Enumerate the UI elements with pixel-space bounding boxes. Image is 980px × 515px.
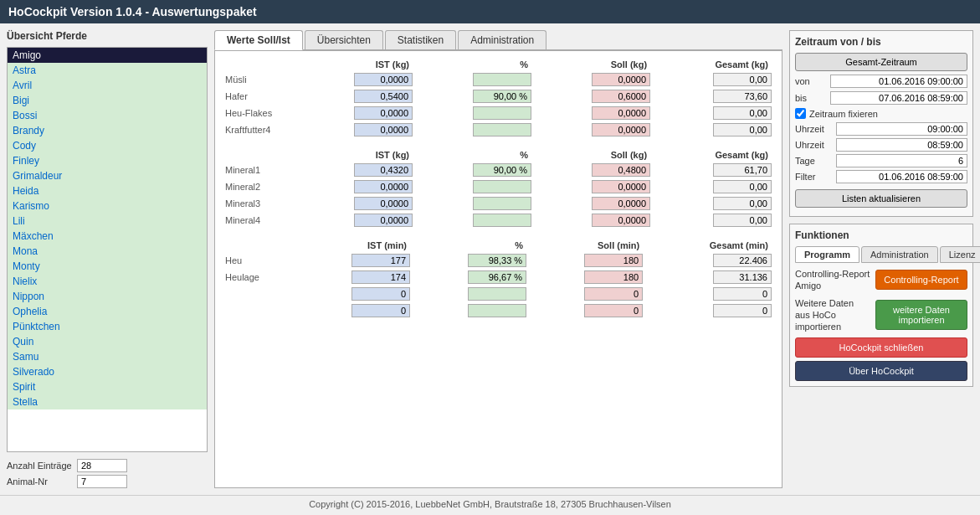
- horse-list-container[interactable]: AmigoAstraAvrilBigiBossiBrandyCodyFinley…: [7, 47, 208, 452]
- gesamt-input[interactable]: [713, 270, 772, 284]
- horse-list-item[interactable]: Stella: [8, 394, 207, 409]
- listen-aktualisieren-button[interactable]: Listen aktualisieren: [795, 189, 967, 208]
- horse-list-item[interactable]: Avril: [8, 78, 207, 93]
- gesamt-input[interactable]: [713, 163, 772, 177]
- pct-input[interactable]: [468, 287, 526, 301]
- tage-label: Tage: [795, 156, 833, 166]
- soll-input[interactable]: [592, 197, 650, 210]
- horse-list-item[interactable]: Bigi: [8, 93, 207, 108]
- gesamt-input[interactable]: [713, 197, 772, 210]
- horse-list-item[interactable]: Samu: [8, 349, 207, 364]
- uhrzeit2-input[interactable]: [836, 138, 967, 152]
- gesamt-input[interactable]: [713, 254, 772, 267]
- uhrzeit1-input[interactable]: [836, 122, 967, 136]
- soll-input[interactable]: [592, 123, 650, 136]
- gesamt-input[interactable]: [713, 123, 772, 136]
- anzahl-input[interactable]: [77, 459, 127, 472]
- zeitraum-fixieren-checkbox[interactable]: [795, 108, 806, 119]
- ist-input[interactable]: [354, 180, 413, 193]
- pct-input[interactable]: [473, 163, 531, 177]
- pct-input[interactable]: [468, 254, 526, 267]
- soll-input[interactable]: [592, 90, 650, 103]
- ueber-button[interactable]: Über HoCockpit: [795, 361, 967, 381]
- ist-input[interactable]: [354, 163, 413, 177]
- horse-list-item[interactable]: Mäxchen: [8, 229, 207, 244]
- soll-input[interactable]: [592, 106, 650, 120]
- pct-input[interactable]: [473, 214, 531, 227]
- horse-list-item[interactable]: Quin: [8, 334, 207, 349]
- pct-input[interactable]: [473, 180, 531, 193]
- soll-input[interactable]: [584, 287, 643, 301]
- ist-input[interactable]: [351, 304, 410, 317]
- gesamt-input[interactable]: [713, 304, 772, 317]
- horse-list-item[interactable]: Ophelia: [8, 304, 207, 319]
- horse-list-item[interactable]: Brandy: [8, 123, 207, 138]
- horse-list-item[interactable]: Astra: [8, 63, 207, 78]
- pct-input[interactable]: [473, 197, 531, 210]
- ist-input[interactable]: [354, 90, 413, 103]
- ist-input[interactable]: [354, 123, 413, 136]
- gesamt-input[interactable]: [713, 180, 772, 193]
- horse-list-item[interactable]: Heida: [8, 183, 207, 198]
- horse-list-item[interactable]: Nielix: [8, 274, 207, 289]
- pct-input[interactable]: [468, 270, 526, 284]
- gesamt-input[interactable]: [713, 214, 772, 227]
- horse-list-item[interactable]: Mona: [8, 244, 207, 259]
- ist-input[interactable]: [354, 106, 413, 120]
- tab--bersichten[interactable]: Übersichten: [305, 30, 383, 49]
- ist-input[interactable]: [351, 287, 410, 301]
- controlling-report-button[interactable]: Controlling-Report: [875, 270, 967, 290]
- soll-input[interactable]: [592, 214, 650, 227]
- horse-list-item[interactable]: Silverado: [8, 364, 207, 379]
- soll-input[interactable]: [592, 180, 650, 193]
- pct-input[interactable]: [468, 304, 526, 317]
- table-row: [222, 302, 775, 319]
- gesamt-input[interactable]: [713, 287, 772, 301]
- controlling-label: Controlling-Report Amigo: [795, 268, 870, 292]
- horse-list-item[interactable]: Bossi: [8, 108, 207, 123]
- tab-administration[interactable]: Administration: [458, 30, 546, 49]
- func-tab-administration[interactable]: Administration: [861, 246, 938, 263]
- horse-list-item[interactable]: Karismo: [8, 198, 207, 214]
- soll-input[interactable]: [592, 163, 650, 177]
- gesamt-zeitraum-button[interactable]: Gesamt-Zeitraum: [795, 53, 967, 71]
- pct-input[interactable]: [473, 73, 531, 86]
- horse-list-item[interactable]: Spirit: [8, 379, 207, 394]
- pct-input[interactable]: [473, 106, 531, 120]
- soll-input[interactable]: [584, 270, 643, 284]
- gesamt-input[interactable]: [713, 106, 772, 120]
- horse-list-item[interactable]: Monty: [8, 259, 207, 274]
- pct-input[interactable]: [473, 123, 531, 136]
- soll-input[interactable]: [584, 254, 643, 267]
- horse-list-item[interactable]: Grimaldeur: [8, 168, 207, 183]
- func-tab-programm[interactable]: Programm: [795, 246, 859, 263]
- horse-list-item[interactable]: Lili: [8, 214, 207, 229]
- ist-input[interactable]: [354, 73, 413, 86]
- filter-input[interactable]: [836, 170, 967, 183]
- ist-input[interactable]: [351, 254, 410, 267]
- pct-input[interactable]: [473, 90, 531, 103]
- horse-list-item[interactable]: Amigo: [8, 48, 207, 63]
- tab-werte-soll-ist[interactable]: Werte Soll/Ist: [214, 30, 303, 50]
- animal-nr-input[interactable]: [77, 475, 127, 488]
- tab-statistiken[interactable]: Statistiken: [385, 30, 456, 49]
- gesamt-input[interactable]: [713, 90, 772, 103]
- soll-input[interactable]: [584, 304, 643, 317]
- bis-input[interactable]: [830, 91, 967, 105]
- ist-input[interactable]: [351, 270, 410, 284]
- von-input[interactable]: [830, 75, 967, 88]
- horse-list-item[interactable]: Pünktchen: [8, 319, 207, 334]
- schliessen-button[interactable]: HoCockpit schließen: [795, 337, 967, 358]
- func-tab-lizenz[interactable]: Lizenz: [940, 246, 980, 263]
- import-button[interactable]: weitere Daten importieren: [875, 300, 967, 330]
- horse-list-item[interactable]: Finley: [8, 153, 207, 168]
- von-row: von: [795, 75, 967, 88]
- horse-list-item[interactable]: Nippon: [8, 289, 207, 304]
- ist-input[interactable]: [354, 197, 413, 210]
- gesamt-input[interactable]: [713, 73, 772, 86]
- horse-list-item[interactable]: Cody: [8, 138, 207, 153]
- funktionen-title: Funktionen: [795, 229, 967, 241]
- soll-input[interactable]: [592, 73, 650, 86]
- ist-input[interactable]: [354, 214, 413, 227]
- tage-input[interactable]: [836, 154, 967, 167]
